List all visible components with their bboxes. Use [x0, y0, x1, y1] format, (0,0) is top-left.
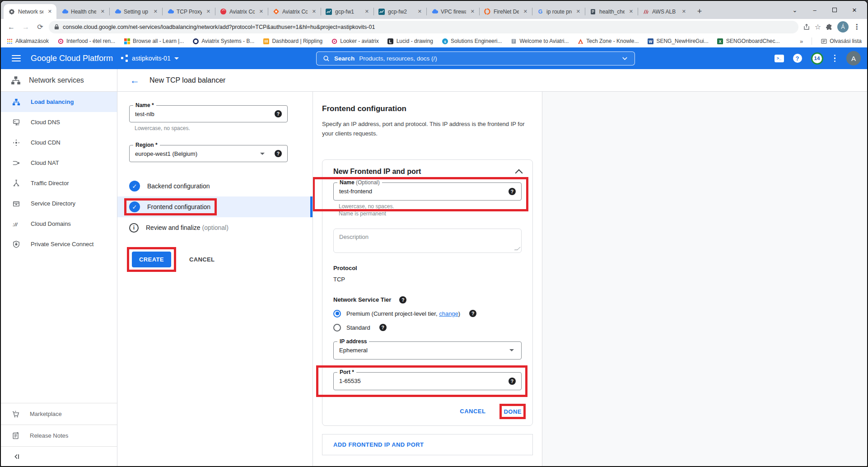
tab-close-icon[interactable]: ✕ — [205, 8, 212, 15]
tab-close-icon[interactable]: ✕ — [363, 8, 371, 15]
tab-close-icon[interactable]: ✕ — [99, 8, 107, 15]
bookmark-browse-all[interactable]: Browse all - Learn |... — [124, 38, 184, 44]
hamburger-menu-icon[interactable] — [7, 49, 25, 67]
sidebar-item-cloud-dns[interactable]: Cloud DNS — [1, 112, 117, 132]
tab-network-services[interactable]: Network ser ✕ — [4, 4, 56, 19]
sidebar-item-private-service-connect[interactable]: Private Service Connect — [1, 234, 117, 254]
browser-avatar[interactable]: Á — [837, 21, 849, 33]
bookmarks-overflow-icon[interactable]: » — [800, 38, 803, 45]
bookmark-apps[interactable]: Alkalmazások — [6, 38, 49, 44]
sidebar-item-service-directory[interactable]: Service Directory — [1, 193, 117, 214]
done-button[interactable]: DONE — [504, 408, 522, 415]
bookmark-looker[interactable]: Looker - aviatrix — [331, 38, 378, 44]
change-link[interactable]: change — [439, 310, 458, 317]
add-frontend-ip-button[interactable]: ADD FRONTEND IP AND PORT — [322, 434, 533, 455]
tab-close-icon[interactable]: ✕ — [522, 8, 529, 15]
bookmark-welcome-aviatrix[interactable]: Welcome to Aviatri... — [510, 38, 569, 44]
port-field[interactable]: Port * 1-65535 ? — [333, 372, 522, 390]
tab-search-chevron-icon[interactable]: ⌄ — [785, 1, 805, 19]
header-kebab-menu-icon[interactable] — [832, 55, 838, 62]
bookmark-lucid[interactable]: Lucid - drawing — [387, 38, 433, 44]
tab-gcp-fw1[interactable]: gcp-fw1 ✕ — [321, 4, 373, 19]
search-chevron-down-icon[interactable] — [621, 55, 628, 62]
bookmark-aviatrix-systems[interactable]: Aviatrix Systems - B... — [192, 38, 254, 44]
cancel-button[interactable]: CANCEL — [189, 256, 215, 263]
back-arrow-icon[interactable]: ← — [130, 75, 140, 86]
bookmark-star-icon[interactable]: ☆ — [815, 23, 821, 31]
sidebar-item-release-notes[interactable]: Release Notes — [1, 425, 117, 446]
frontend-name-help-icon[interactable]: ? — [509, 188, 516, 195]
new-tab-button[interactable]: + — [693, 5, 706, 18]
minimize-button[interactable]: – — [805, 1, 825, 19]
tab-aviatrix-2[interactable]: Aviatrix Cop ✕ — [268, 4, 321, 19]
sidebar-item-cloud-nat[interactable]: Cloud NAT — [1, 153, 117, 173]
tab-aws-alb[interactable]: AWS ALB H ✕ — [638, 4, 691, 19]
tab-ip-route[interactable]: ip route pro ✕ — [532, 4, 585, 19]
region-select[interactable]: Region * europe-west1 (Belgium) ? — [129, 145, 288, 162]
premium-help-icon[interactable]: ? — [469, 310, 476, 317]
sidebar-item-marketplace[interactable]: Marketplace — [1, 403, 117, 425]
maximize-button[interactable] — [825, 1, 845, 19]
tab-close-icon[interactable]: ✕ — [310, 8, 318, 15]
bookmark-rippling[interactable]: Dashboard | Rippling — [263, 38, 322, 44]
create-button[interactable]: CREATE — [132, 252, 171, 267]
close-window-button[interactable]: ✕ — [845, 1, 864, 19]
tier-premium-radio-row[interactable]: Premium (Current project-level tier, cha… — [333, 310, 522, 318]
account-avatar[interactable]: A — [846, 51, 861, 65]
project-selector[interactable]: astipkovits-01 — [121, 55, 179, 62]
name-help-icon[interactable]: ? — [275, 110, 282, 117]
tab-close-icon[interactable]: ✕ — [416, 8, 424, 15]
name-field[interactable]: Name * test-nlb ? — [129, 105, 288, 122]
tab-tcp-proxy[interactable]: TCP Proxy L ✕ — [162, 4, 215, 19]
sidebar-item-cloud-domains[interactable]: Cloud Domains — [1, 214, 117, 234]
description-textarea[interactable]: Description — [333, 229, 522, 253]
standard-radio[interactable] — [333, 324, 341, 332]
tab-close-icon[interactable]: ✕ — [469, 8, 476, 15]
notifications-badge[interactable]: 14 — [811, 52, 823, 65]
tab-aviatrix-1[interactable]: Aviatrix Cor ✕ — [215, 4, 268, 19]
tab-close-icon[interactable]: ✕ — [574, 8, 582, 15]
cloud-shell-icon[interactable]: >_ — [775, 55, 784, 62]
forward-button[interactable]: → — [20, 21, 32, 33]
port-help-icon[interactable]: ? — [509, 378, 516, 385]
sidebar-item-traffic-director[interactable]: Traffic Director — [1, 173, 117, 193]
step-review-and-finalize[interactable]: i Review and finalize (optional) — [117, 217, 313, 238]
back-button[interactable]: ← — [5, 21, 17, 33]
gcp-brand[interactable]: Google Cloud Platform — [31, 54, 113, 63]
tier-standard-radio-row[interactable]: Standard ? — [333, 324, 522, 332]
step-backend-configuration[interactable]: ✓ Backend configuration — [117, 176, 313, 196]
gcp-search-bar[interactable]: Search Products, resources, docs (/) — [316, 51, 635, 65]
tab-close-icon[interactable]: ✕ — [680, 8, 688, 15]
frontend-cancel-button[interactable]: CANCEL — [460, 408, 485, 415]
tab-health-check[interactable]: Health chec ✕ — [56, 4, 109, 19]
chevron-up-icon[interactable] — [515, 169, 523, 177]
sidebar-item-cloud-cdn[interactable]: Cloud CDN — [1, 132, 117, 153]
bookmark-interfood[interactable]: Interfood - étel ren... — [57, 38, 115, 44]
tab-health-check-doc[interactable]: health_chec ✕ — [585, 4, 638, 19]
tab-close-icon[interactable]: ✕ — [627, 8, 635, 15]
ip-address-select[interactable]: IP address Ephemeral — [333, 341, 522, 360]
help-icon[interactable]: ? — [793, 54, 802, 63]
reload-button[interactable]: ⟳ — [34, 21, 46, 33]
bookmark-solutions-eng[interactable]: Solutions Engineeri... — [442, 38, 502, 44]
sidebar-item-load-balancing[interactable]: Load balancing — [1, 92, 117, 112]
tier-help-icon[interactable]: ? — [399, 296, 406, 304]
step-frontend-configuration[interactable]: ✓ Frontend configuration — [117, 196, 313, 217]
bookmark-word-doc[interactable]: SENG_NewHireGui... — [647, 38, 708, 44]
premium-radio[interactable] — [333, 310, 341, 318]
extensions-icon[interactable] — [826, 23, 833, 31]
frontend-name-field[interactable]: Name (Optional) test-frontend ? — [333, 182, 522, 201]
tab-close-icon[interactable]: ✕ — [46, 8, 54, 15]
browser-menu-icon[interactable]: ⋮ — [853, 23, 861, 31]
tab-close-icon[interactable]: ✕ — [257, 8, 265, 15]
tab-setting-up[interactable]: Setting up T ✕ — [109, 4, 162, 19]
bookmark-techzone[interactable]: Tech Zone - Knowle... — [577, 38, 639, 44]
tab-vpc-firewall[interactable]: VPC firewall ✕ — [426, 4, 479, 19]
tab-firenet[interactable]: FireNet Det ✕ — [479, 4, 532, 19]
tab-close-icon[interactable]: ✕ — [152, 8, 159, 15]
address-bar[interactable]: console.cloud.google.com/net-services/lo… — [49, 21, 798, 33]
resize-handle-icon[interactable] — [514, 247, 520, 250]
tab-gcp-fw2[interactable]: gcp-fw2 ✕ — [373, 4, 426, 19]
share-icon[interactable] — [803, 23, 810, 31]
bookmark-excel-doc[interactable]: SENGOnboardChec... — [717, 38, 780, 44]
